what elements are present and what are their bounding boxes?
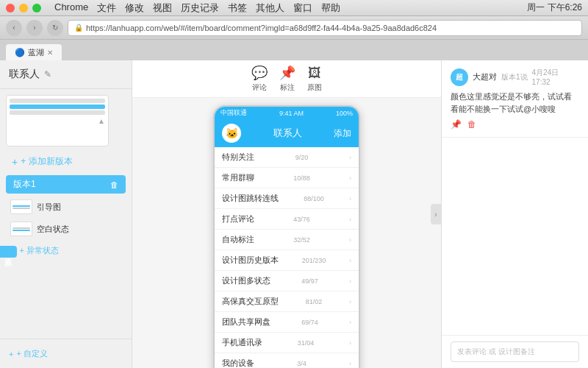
tab-title: 蓝湖 [28, 47, 44, 58]
expand-arrow-icon[interactable]: ▲ [98, 117, 105, 125]
contact-item[interactable]: 自动标注 32/52 › [215, 230, 359, 250]
phone-mockup: 中国联通 9:41 AM 100% 🐱 联系人 添加 特别关注 9/20 › [213, 105, 360, 368]
add-state-label: + 异常状态 [19, 245, 58, 256]
center-section: 💬 评论 📌 标注 🖼 原图 中国联通 9:41 AM 100% [132, 60, 441, 368]
traffic-lights: Chrome 文件 修改 视图 历史记录 书签 其他人 窗口 帮助 [6, 1, 340, 15]
minimize-button[interactable] [19, 4, 28, 13]
comment-version[interactable]: 版本1说 [501, 72, 528, 82]
url-bar[interactable]: 🔒 https://lanhuapp.com/web/#/item/board/… [68, 20, 582, 36]
main-content: 联系人 ✎ ▲ + + 添加新版本 版本1 [0, 60, 588, 368]
menu-file[interactable]: 文件 [97, 1, 116, 15]
contact-count: 9/20 [295, 154, 309, 161]
comment-user: 大超对 [473, 71, 497, 82]
menu-help[interactable]: 帮助 [321, 1, 340, 15]
contact-count: 43/76 [293, 216, 310, 223]
phone-avatar[interactable]: 🐱 [222, 124, 241, 143]
page-thumb-line [12, 208, 30, 209]
maximize-button[interactable] [32, 4, 41, 13]
contact-list: 特别关注 9/20 › 常用群聊 10/88 › 设计图跳转连线 88/100 … [215, 147, 359, 368]
right-panel-toggle[interactable]: › [431, 204, 441, 224]
sidebar-header: 联系人 ✎ [0, 60, 132, 89]
contact-item[interactable]: 高保真交互原型 81/02 › [215, 291, 359, 312]
page-item-guide[interactable]: 引导图 [6, 197, 126, 217]
page-thumbnail [10, 222, 32, 236]
comment-input[interactable]: 发表评论 或 设计图备注 [451, 342, 579, 362]
comment-input-placeholder: 发表评论 或 设计图备注 [457, 347, 535, 357]
comment-time: 4月24日 17:32 [532, 68, 579, 86]
contact-arrow-icon: › [349, 277, 351, 285]
comment-label: 评论 [252, 82, 267, 93]
comment-item: 超 大超对 版本1说 4月24日 17:32 颜色这里感觉还是不够亮，试试看看能… [442, 60, 588, 138]
menu-app[interactable]: Chrome [54, 1, 88, 15]
menu-edit[interactable]: 修改 [125, 1, 144, 15]
back-button[interactable]: ‹ [6, 20, 22, 36]
menu-history[interactable]: 历史记录 [181, 1, 219, 15]
phone-area: 中国联通 9:41 AM 100% 🐱 联系人 添加 特别关注 9/20 › [132, 98, 441, 368]
phone-add-button[interactable]: 添加 [334, 127, 351, 140]
version-label[interactable]: 版本1 🗑 [6, 175, 126, 194]
custom-button[interactable]: + + 自定义 [6, 345, 126, 362]
contact-item[interactable]: 我的设备 3/4 › [215, 353, 359, 368]
version-actions: 🗑 [110, 180, 118, 189]
contact-count: 3/4 [297, 360, 306, 367]
sidebar-footer: + + 自定义 [0, 339, 132, 368]
page-thumb-line [12, 227, 30, 229]
contact-arrow-icon: › [349, 319, 351, 326]
add-version-button[interactable]: + + 添加新版本 [6, 151, 126, 172]
contact-arrow-icon: › [349, 360, 351, 367]
annotate-icon: 📌 [279, 65, 295, 81]
right-arrow-icon: › [434, 210, 437, 219]
version-thumbnail: ▲ [6, 95, 109, 146]
contact-arrow-icon: › [349, 257, 351, 264]
contact-name: 打点评论 [222, 213, 254, 224]
close-button[interactable] [6, 4, 15, 13]
comment-header: 超 大超对 版本1说 4月24日 17:32 [451, 68, 579, 86]
contact-name: 高保真交互原型 [222, 296, 279, 307]
page-item-empty[interactable]: 空白状态 [6, 219, 126, 239]
carrier-text: 中国联通 [220, 108, 247, 118]
contact-item[interactable]: 特别关注 9/20 › [215, 147, 359, 168]
contact-item[interactable]: 打点评论 43/76 › [215, 209, 359, 230]
version-delete-icon[interactable]: 🗑 [110, 180, 118, 189]
comment-icon: 💬 [251, 65, 268, 81]
original-tool[interactable]: 🖼 原图 [307, 66, 322, 93]
menu-bookmarks[interactable]: 书签 [228, 1, 247, 15]
menu-others[interactable]: 其他人 [256, 1, 284, 15]
contact-count: 31/04 [298, 339, 315, 347]
edit-icon[interactable]: ✎ [44, 69, 51, 79]
contact-arrow-icon: › [349, 298, 351, 305]
refresh-button[interactable]: ↻ [47, 20, 63, 36]
menu-window[interactable]: 窗口 [293, 1, 312, 15]
battery-text: 100% [336, 110, 353, 117]
right-panel: 超 大超对 版本1说 4月24日 17:32 颜色这里感觉还是不够亮，试试看看能… [441, 60, 588, 368]
contact-arrow-icon: › [349, 216, 351, 223]
center-toolbar: 💬 评论 📌 标注 🖼 原图 [132, 60, 441, 98]
browser-tab[interactable]: 🔵 蓝湖 ✕ [6, 44, 62, 60]
forward-button[interactable]: › [26, 20, 43, 36]
contact-arrow-icon: › [349, 236, 351, 244]
delete-icon[interactable]: 🗑 [467, 119, 476, 130]
title-bar: Chrome 文件 修改 视图 历史记录 书签 其他人 窗口 帮助 周一 下午6… [0, 0, 588, 16]
lock-icon: 🔒 [74, 24, 83, 32]
tab-close-icon[interactable]: ✕ [47, 49, 53, 57]
contact-name: 手机通讯录 [222, 337, 262, 348]
comment-tool[interactable]: 💬 评论 [251, 65, 268, 93]
contact-item[interactable]: 设计图跳转连线 88/100 › [215, 188, 359, 209]
contact-name: 常用群聊 [222, 172, 254, 183]
contact-item[interactable]: 手机通讯录 31/04 › [215, 333, 359, 353]
contact-item[interactable]: 设计图多状态 49/97 › [215, 271, 359, 291]
phone-status-bar: 中国联通 9:41 AM 100% [215, 107, 359, 119]
contact-count: 10/88 [293, 174, 310, 182]
add-state-button[interactable]: + + 异常状态 [6, 241, 126, 261]
contact-item[interactable]: 团队共享网盘 69/74 › [215, 312, 359, 333]
pin-icon[interactable]: 📌 [451, 119, 462, 130]
page-name: 空白状态 [37, 224, 69, 235]
annotate-tool[interactable]: 📌 标注 [279, 65, 295, 93]
menu-view[interactable]: 视图 [153, 1, 172, 15]
menu-bar: Chrome 文件 修改 视图 历史记录 书签 其他人 窗口 帮助 [54, 1, 340, 15]
contact-item[interactable]: 常用群聊 10/88 › [215, 168, 359, 188]
phone-nav-title: 联系人 [273, 127, 302, 140]
add-version-icon: + [12, 156, 18, 168]
left-edge-tab[interactable]: 联系人 [0, 246, 17, 258]
contact-item[interactable]: 设计图历史版本 201/230 › [215, 250, 359, 271]
